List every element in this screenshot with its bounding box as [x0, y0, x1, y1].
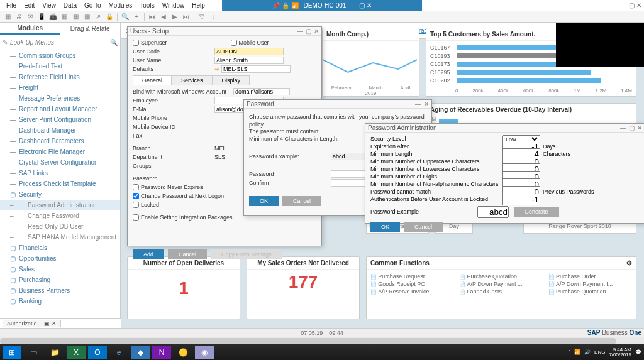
launch-app-icon[interactable]: ↗ — [93, 13, 103, 21]
nav-item[interactable]: ▢Opportunities — [0, 253, 120, 264]
nav-item[interactable]: ▢Sales — [0, 264, 120, 275]
ok-button[interactable]: OK — [370, 222, 400, 232]
nav-item[interactable]: –Read-Only DB User — [0, 221, 120, 232]
cancel-button[interactable]: Cancel — [404, 222, 443, 232]
menu-modules[interactable]: Modules — [104, 2, 136, 9]
nav-item[interactable]: ▢Business Partners — [0, 285, 120, 296]
search-input[interactable] — [10, 39, 110, 46]
title-window-controls[interactable]: — ▢ ✕ — [351, 2, 372, 9]
ok-button[interactable]: OK — [249, 196, 279, 206]
nav-item[interactable]: —SAP Links — [0, 168, 120, 178]
last-record-icon[interactable]: ⏭ — [181, 13, 191, 21]
common-function-link[interactable]: Landed Costs — [459, 288, 543, 295]
nav-item[interactable]: —Reference Field Links — [0, 72, 120, 82]
tray-network-icon[interactable]: 📶 — [574, 349, 580, 355]
tab-services[interactable]: Services — [172, 75, 213, 85]
lock-screen-icon[interactable]: 🔒 — [104, 13, 114, 21]
print-icon[interactable]: 🖨 — [14, 13, 24, 21]
menu-goto[interactable]: Go To — [80, 2, 105, 9]
nav-item[interactable]: ▢Security — [0, 189, 120, 200]
tab-modules[interactable]: Modules — [0, 23, 60, 35]
nav-item[interactable]: –Change Password — [0, 210, 120, 221]
tray-chevron-icon[interactable]: ˄ — [568, 349, 570, 355]
confirm-input[interactable] — [331, 179, 369, 187]
common-function-link[interactable]: Purchase Quotation ... — [548, 288, 632, 295]
menu-file[interactable]: File — [3, 2, 20, 9]
search-icon[interactable]: 🔍 — [110, 39, 118, 46]
generate-button[interactable]: Generate — [514, 207, 559, 217]
app-window-controls[interactable]: — ▢ ✕ — [621, 2, 641, 9]
never-expires-checkbox[interactable] — [133, 184, 139, 190]
menu-help[interactable]: Help — [188, 2, 209, 9]
nav-item[interactable]: —Dashboard Parameters — [0, 136, 120, 146]
first-record-icon[interactable]: ⏮ — [147, 13, 157, 21]
minimize-icon[interactable]: — — [620, 124, 626, 131]
filter-icon[interactable]: ▽ — [197, 13, 207, 21]
menu-edit[interactable]: Edit — [20, 2, 38, 9]
nav-item[interactable]: —Process Checklist Template — [0, 178, 120, 189]
tray-volume-icon[interactable]: 🔊 — [584, 349, 591, 355]
common-function-link[interactable]: Goods Receipt PO — [370, 281, 454, 287]
nav-item[interactable]: –SAP HANA Model Management — [0, 232, 120, 243]
common-function-link[interactable]: Purchase Quotation — [459, 273, 543, 280]
onenote-icon[interactable]: N — [152, 346, 171, 359]
cancel-button[interactable]: Cancel — [282, 196, 321, 206]
edge-icon[interactable]: e — [109, 346, 128, 359]
cancel-button[interactable]: Cancel — [168, 249, 207, 259]
tab-general[interactable]: General — [133, 75, 172, 85]
common-function-link[interactable]: A/P Reserve Invoice — [370, 288, 454, 295]
tab-display[interactable]: Display — [213, 75, 250, 85]
close-icon[interactable]: ✕ — [637, 124, 642, 131]
nav-item[interactable]: —Message Preferences — [0, 93, 120, 104]
bind-input[interactable] — [233, 88, 290, 95]
maximize-icon[interactable]: ▢ — [629, 124, 635, 131]
outlook-icon[interactable]: O — [88, 346, 107, 359]
nav-item[interactable]: —Commission Groups — [0, 50, 120, 61]
nav-item[interactable]: ▢Purchasing — [0, 275, 120, 285]
explorer-icon[interactable]: 📁 — [45, 346, 64, 359]
menu-view[interactable]: View — [38, 2, 60, 9]
user-code-input[interactable] — [214, 48, 284, 55]
sap-icon[interactable]: ◆ — [131, 346, 150, 359]
common-function-link[interactable]: Purchase Order — [548, 273, 632, 280]
next-record-icon[interactable]: ▶ — [170, 13, 180, 21]
prev-record-icon[interactable]: ◀ — [158, 13, 169, 21]
nav-item[interactable]: ▢Banking — [0, 296, 120, 307]
nav-item[interactable]: —Server Print Configuration — [0, 114, 120, 125]
sms-icon[interactable]: 📱 — [36, 13, 47, 21]
bottom-tab-authorization[interactable]: Authorizatio… ▣ ✕ — [3, 320, 61, 327]
menu-tools[interactable]: Tools — [136, 2, 158, 9]
nav-item[interactable]: —Electronic File Manager — [0, 146, 120, 157]
link-arrow-icon[interactable]: ➜ — [214, 66, 219, 72]
maximize-icon[interactable]: ▢ — [306, 28, 311, 35]
app-icon[interactable]: ◉ — [195, 346, 214, 359]
common-function-link[interactable]: Purchase Request — [370, 273, 454, 280]
gear-icon[interactable]: ⚙ — [626, 259, 632, 266]
sort-icon[interactable]: ↕ — [208, 13, 218, 21]
add-button[interactable]: Add — [133, 249, 164, 259]
add-icon[interactable]: + — [131, 13, 142, 21]
chrome-icon[interactable]: 🟡 — [174, 346, 192, 359]
password-input[interactable] — [331, 170, 369, 178]
change-next-logon-checkbox[interactable] — [133, 193, 139, 199]
auth-before-lock-input[interactable] — [502, 194, 540, 205]
superuser-checkbox[interactable] — [133, 40, 139, 46]
minimize-icon[interactable]: — — [415, 101, 421, 107]
nav-item[interactable]: —Crystal Server Configuration — [0, 157, 120, 168]
nav-item[interactable]: ▢Financials — [0, 243, 120, 253]
export-pdf-icon[interactable]: ▦ — [82, 13, 92, 21]
nav-item[interactable]: —Dashboard Manager — [0, 125, 120, 136]
defaults-input[interactable] — [221, 65, 291, 73]
export-word-icon[interactable]: ▦ — [70, 13, 80, 21]
find-icon[interactable]: 🔍 — [120, 13, 130, 21]
tray-lang[interactable]: ENG — [594, 349, 605, 355]
enable-integration-checkbox[interactable] — [133, 214, 139, 221]
print-preview-icon[interactable]: ▦ — [3, 13, 13, 21]
fax-icon[interactable]: 📠 — [48, 13, 58, 21]
common-function-link[interactable]: A/P Down Payment ... — [459, 281, 543, 287]
close-icon[interactable]: ✕ — [314, 28, 319, 35]
tray-notifications-icon[interactable]: 💬 — [635, 349, 641, 355]
menu-data[interactable]: Data — [60, 2, 80, 9]
excel-icon[interactable]: X — [67, 346, 86, 359]
nav-item[interactable]: –Password Administration — [0, 200, 120, 210]
